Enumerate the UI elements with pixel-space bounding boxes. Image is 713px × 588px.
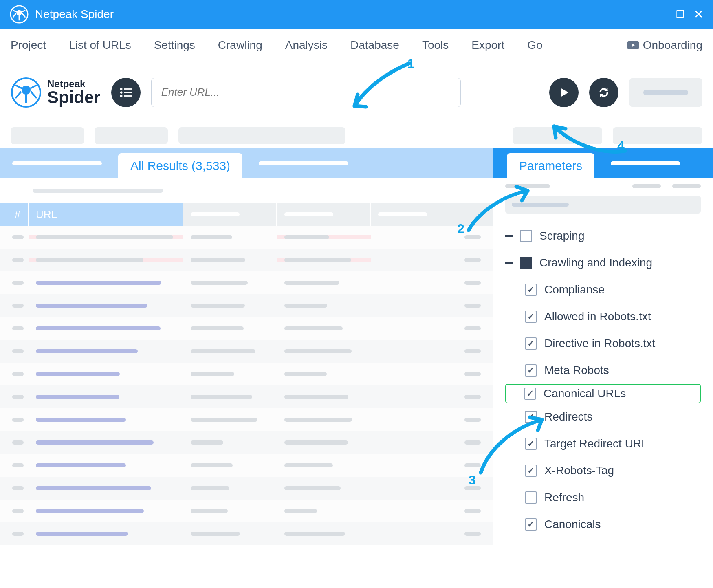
url-input-wrapper[interactable] <box>151 78 461 107</box>
filter-pill[interactable] <box>178 127 345 144</box>
param-label: Scraping <box>539 229 585 242</box>
parameters-search[interactable] <box>505 196 701 214</box>
table-row[interactable] <box>0 294 493 317</box>
results-tab-all-label: All Results (3,533) <box>130 159 230 173</box>
checkbox[interactable] <box>525 337 537 350</box>
table-row[interactable] <box>0 454 493 477</box>
param-label: Complianse <box>544 283 605 296</box>
results-tab-placeholder[interactable] <box>12 161 102 165</box>
url-input[interactable] <box>161 86 451 99</box>
table-row[interactable] <box>0 249 493 271</box>
maximize-button[interactable]: ❐ <box>676 9 685 20</box>
filter-pill[interactable] <box>513 127 602 144</box>
parameters-tabs: Parameters <box>493 148 713 178</box>
checkbox[interactable] <box>525 518 537 531</box>
menu-database[interactable]: Database <box>350 39 399 52</box>
svg-rect-5 <box>124 88 131 90</box>
results-subheader <box>0 178 493 203</box>
window-titlebar: Netpeak Spider — ❐ ✕ <box>0 0 713 29</box>
results-tab-placeholder[interactable] <box>259 161 348 165</box>
param-label: Directive in Robots.txt <box>544 337 655 350</box>
table-row[interactable] <box>0 271 493 294</box>
collapse-icon[interactable] <box>505 262 513 264</box>
menubar: Project List of URLs Settings Crawling A… <box>0 29 713 62</box>
table-row[interactable] <box>0 226 493 249</box>
collapse-icon[interactable] <box>505 235 513 237</box>
param-label: Allowed in Robots.txt <box>544 310 651 323</box>
param-label: Refresh <box>544 491 584 504</box>
filter-pill[interactable] <box>11 127 84 144</box>
menu-onboarding[interactable]: Onboarding <box>627 39 702 52</box>
start-crawl-button[interactable] <box>549 78 579 107</box>
table-row[interactable] <box>0 340 493 363</box>
checkbox[interactable] <box>525 438 537 450</box>
menu-tools[interactable]: Tools <box>422 39 449 52</box>
param-complianse[interactable]: Complianse <box>505 276 701 303</box>
app-logo-icon <box>10 5 29 24</box>
menu-analysis[interactable]: Analysis <box>285 39 328 52</box>
param-canonical-urls[interactable]: Canonical URLs <box>505 384 701 403</box>
checkbox[interactable] <box>525 284 537 296</box>
minimize-button[interactable]: — <box>656 8 667 21</box>
table-row[interactable] <box>0 431 493 454</box>
results-tab-all[interactable]: All Results (3,533) <box>118 153 242 178</box>
checkbox[interactable] <box>525 491 537 504</box>
param-redirects[interactable]: Redirects <box>505 403 701 430</box>
table-row[interactable] <box>0 408 493 431</box>
param-label: Canonical URLs <box>544 387 626 400</box>
param-allowed-robots[interactable]: Allowed in Robots.txt <box>505 303 701 330</box>
filter-pill[interactable] <box>613 127 702 144</box>
menu-export[interactable]: Export <box>471 39 504 52</box>
toolbar-placeholder-button[interactable] <box>629 78 702 107</box>
refresh-button[interactable] <box>589 78 618 107</box>
col-placeholder[interactable] <box>183 203 277 226</box>
param-x-robots-tag[interactable]: X-Robots-Tag <box>505 457 701 484</box>
param-directive-robots[interactable]: Directive in Robots.txt <box>505 330 701 357</box>
parameters-tab-placeholder[interactable] <box>611 161 680 165</box>
menu-crawling[interactable]: Crawling <box>218 39 262 52</box>
param-scraping[interactable]: Scraping <box>505 222 701 249</box>
brand-spider-icon <box>11 77 42 108</box>
col-index[interactable]: # <box>0 203 29 226</box>
menu-list-of-urls[interactable]: List of URLs <box>69 39 131 52</box>
close-button[interactable]: ✕ <box>694 8 703 21</box>
param-target-redirect[interactable]: Target Redirect URL <box>505 430 701 457</box>
checkbox[interactable] <box>520 257 532 269</box>
param-refresh[interactable]: Refresh <box>505 484 701 511</box>
parameters-tab[interactable]: Parameters <box>507 153 594 178</box>
checkbox[interactable] <box>520 230 532 242</box>
menu-settings[interactable]: Settings <box>154 39 195 52</box>
checkbox[interactable] <box>525 364 537 377</box>
col-placeholder[interactable] <box>277 203 371 226</box>
table-row[interactable] <box>0 385 493 408</box>
table-row[interactable] <box>0 477 493 500</box>
checkbox[interactable] <box>525 465 537 477</box>
checkbox[interactable] <box>525 311 537 323</box>
svg-point-3 <box>22 86 31 95</box>
table-row[interactable] <box>0 500 493 522</box>
brand-line2: Spider <box>47 89 101 106</box>
param-meta-robots[interactable]: Meta Robots <box>505 357 701 384</box>
param-label: Crawling and Indexing <box>539 256 652 269</box>
table-row[interactable] <box>0 522 493 545</box>
table-row[interactable] <box>0 363 493 385</box>
parameters-tree: ScrapingCrawling and IndexingComplianseA… <box>493 218 713 538</box>
param-label: X-Robots-Tag <box>544 464 614 477</box>
menu-go[interactable]: Go <box>527 39 542 52</box>
window-title: Netpeak Spider <box>35 8 114 21</box>
filter-pill[interactable] <box>95 127 168 144</box>
table-row[interactable] <box>0 317 493 340</box>
param-label: Redirects <box>544 410 592 423</box>
checkbox[interactable] <box>525 411 537 423</box>
param-label: Meta Robots <box>544 364 609 377</box>
param-crawling[interactable]: Crawling and Indexing <box>505 249 701 276</box>
menu-project[interactable]: Project <box>11 39 46 52</box>
checkbox[interactable] <box>524 388 536 400</box>
param-canonicals[interactable]: Canonicals <box>505 511 701 538</box>
list-view-button[interactable] <box>111 78 141 107</box>
col-placeholder[interactable] <box>371 203 493 226</box>
col-url[interactable]: URL <box>29 203 183 226</box>
table-header: # URL <box>0 203 493 226</box>
results-pane: All Results (3,533) # URL <box>0 148 493 588</box>
video-icon <box>627 41 639 49</box>
